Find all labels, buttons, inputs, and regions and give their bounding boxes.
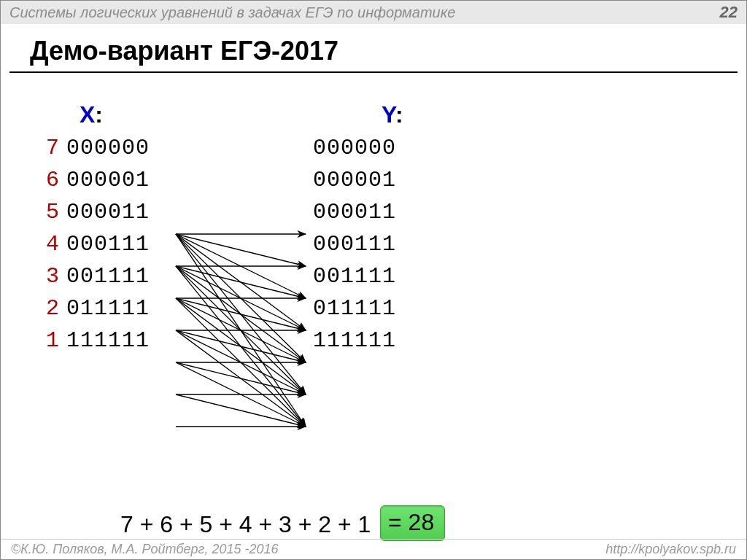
arrow (176, 330, 306, 394)
column-y-header: Y: (382, 101, 403, 128)
row-index: 6 (46, 168, 59, 192)
arrow (176, 234, 306, 266)
arrow (176, 266, 306, 394)
slide: Системы логических уравнений в задачах Е… (0, 0, 747, 560)
arrow (176, 298, 306, 427)
y-bits: 000001 (313, 168, 396, 192)
y-bits: 000000 (313, 136, 396, 160)
y-bits: 011111 (313, 296, 396, 321)
slide-header: Системы логических уравнений в задачах Е… (1, 1, 746, 24)
column-x-letter: X (80, 101, 95, 128)
arrow (176, 362, 306, 427)
arrow (176, 234, 306, 362)
arrow (176, 266, 306, 427)
sum-expression: 7 + 6 + 5 + 4 + 3 + 2 + 1 (120, 511, 371, 538)
x-bits: 000001 (66, 168, 150, 192)
colon: : (395, 101, 403, 128)
x-bits: 001111 (66, 264, 150, 289)
arrow (176, 234, 306, 298)
title-underline (9, 71, 738, 73)
y-bits: 001111 (313, 264, 396, 289)
x-bits: 111111 (66, 328, 150, 353)
arrow (176, 298, 306, 362)
row-index: 2 (46, 296, 59, 321)
arrow (176, 330, 306, 427)
x-bits: 000111 (66, 232, 150, 257)
x-bits: 000000 (66, 136, 150, 160)
arrow (176, 298, 306, 394)
arrow (176, 234, 306, 394)
footer-left: ©К.Ю. Поляков, М.А. Ройтберг, 2015 -2016 (11, 542, 279, 557)
y-bits: 000011 (313, 200, 396, 225)
row-index: 3 (46, 264, 59, 289)
y-bits: 111111 (313, 328, 396, 353)
footer-right: http://kpolyakov.spb.ru (605, 542, 736, 557)
x-bits: 011111 (66, 296, 150, 321)
slide-title: Демо-вариант ЕГЭ-2017 (30, 36, 338, 66)
result-box: = 28 (380, 505, 445, 541)
row-index: 7 (46, 136, 59, 160)
arrow (176, 266, 306, 330)
x-bits: 000011 (66, 200, 150, 225)
column-x-header: X: (80, 101, 103, 128)
header-subject: Системы логических уравнений в задачах Е… (9, 4, 455, 21)
row-index: 1 (46, 328, 59, 353)
colon: : (95, 101, 103, 128)
y-bits: 000111 (313, 232, 396, 257)
row-index: 5 (46, 200, 59, 225)
row-index: 4 (46, 232, 59, 257)
slide-footer: ©К.Ю. Поляков, М.А. Ройтберг, 2015 -2016… (1, 539, 746, 559)
arrow (176, 298, 306, 330)
arrow (176, 234, 306, 330)
arrow (176, 330, 306, 362)
arrow (176, 266, 306, 298)
arrow (176, 234, 306, 427)
page-number: 22 (720, 3, 738, 22)
slide-body: X: Y: 7000000000000600000100000150000110… (1, 88, 746, 537)
arrow (176, 394, 306, 427)
column-y-letter: Y (382, 101, 395, 128)
arrow (176, 362, 306, 394)
arrow (176, 266, 306, 362)
